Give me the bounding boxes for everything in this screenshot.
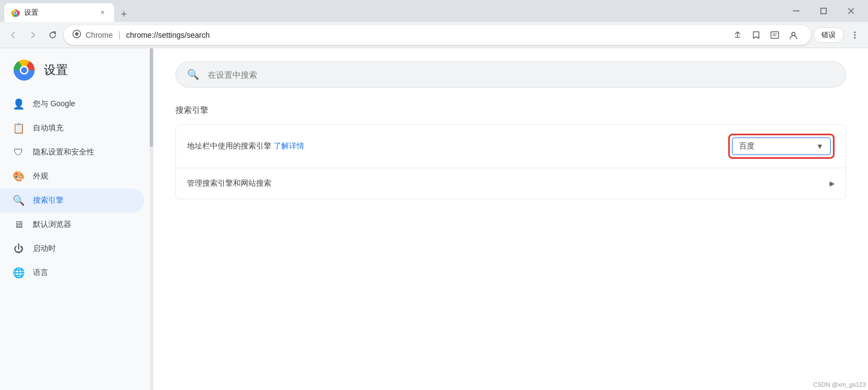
- sidebar: 设置 👤 您与 Google 📋 自动填充 🛡 隐私设置和安全性 🎨 外观 🔍 …: [0, 48, 154, 390]
- close-button[interactable]: [838, 2, 864, 20]
- settings-search-icon: 🔍: [187, 68, 199, 81]
- profile-button[interactable]: [785, 26, 802, 44]
- nav-autofill-icon: 📋: [13, 122, 24, 134]
- sidebar-item-search[interactable]: 🔍 搜索引擎: [0, 188, 144, 213]
- svg-point-9: [75, 32, 78, 36]
- omnibox-separator: |: [118, 30, 121, 40]
- svg-rect-4: [793, 10, 799, 12]
- forward-button[interactable]: [24, 26, 42, 44]
- settings-search-box[interactable]: 🔍: [175, 61, 846, 88]
- nav-privacy-icon: 🛡: [13, 147, 24, 158]
- dropdown-value: 百度: [739, 141, 754, 151]
- highlighted-dropdown-wrapper: 百度 ▼: [728, 134, 835, 159]
- svg-point-14: [854, 31, 856, 33]
- nav-browser-icon: 🖥: [13, 219, 24, 231]
- svg-point-3: [14, 12, 16, 14]
- omnibox-url-text: chrome://settings/search: [126, 31, 210, 39]
- nav-startup-label: 启动时: [33, 244, 56, 254]
- settings-search-input[interactable]: [208, 70, 835, 79]
- svg-rect-10: [771, 32, 779, 38]
- nav-appearance-icon: 🎨: [13, 170, 24, 182]
- sidebar-item-autofill[interactable]: 📋 自动填充: [0, 116, 144, 140]
- svg-point-20: [21, 67, 27, 73]
- restore-button[interactable]: [811, 2, 836, 20]
- nav-google-icon: 👤: [13, 98, 24, 110]
- sidebar-nav: 👤 您与 Google 📋 自动填充 🛡 隐私设置和安全性 🎨 外观 🔍 搜索引…: [0, 92, 153, 285]
- sidebar-item-language[interactable]: 🌐 语言: [0, 261, 144, 285]
- sidebar-item-appearance[interactable]: 🎨 外观: [0, 164, 144, 188]
- content-area: 🔍 搜索引擎 地址栏中使用的搜索引擎 了解详情 百度 ▼: [154, 48, 868, 390]
- tab-title: 设置: [24, 8, 93, 18]
- back-button[interactable]: [4, 26, 22, 44]
- address-bar: Chrome | chrome://settings/search 错误: [0, 22, 868, 48]
- nav-google-label: 您与 Google: [33, 99, 75, 109]
- settings-search-wrap: 🔍: [154, 48, 868, 96]
- svg-point-15: [854, 34, 856, 36]
- manage-search-row[interactable]: 管理搜索引擎和网站搜索 ▶: [176, 168, 846, 199]
- nav-startup-icon: ⏻: [13, 243, 24, 255]
- bookmark-button[interactable]: [747, 26, 765, 44]
- nav-search-label: 搜索引擎: [33, 196, 64, 205]
- settings-card: 地址栏中使用的搜索引擎 了解详情 百度 ▼ 管理搜索引擎和网站搜索 ▶: [175, 124, 846, 199]
- minimize-button[interactable]: [784, 2, 809, 20]
- reader-mode-button[interactable]: [766, 26, 784, 44]
- window-controls: [784, 2, 864, 20]
- error-button[interactable]: 错误: [813, 27, 844, 43]
- chrome-logo-icon: [13, 59, 35, 81]
- section-title: 搜索引擎: [175, 105, 846, 116]
- search-engine-label: 地址栏中使用的搜索引擎 了解详情: [187, 141, 728, 151]
- reload-button[interactable]: [44, 26, 61, 44]
- omnibox-actions: [729, 26, 802, 44]
- manage-search-label: 管理搜索引擎和网站搜索: [187, 179, 830, 188]
- manage-row-arrow-icon: ▶: [830, 180, 835, 187]
- tab-favicon-icon: [11, 8, 20, 17]
- svg-point-13: [792, 32, 795, 36]
- share-button[interactable]: [729, 26, 746, 44]
- settings-section: 搜索引擎 地址栏中使用的搜索引擎 了解详情 百度 ▼: [154, 105, 868, 199]
- new-tab-button[interactable]: +: [116, 7, 132, 22]
- svg-rect-5: [821, 8, 826, 14]
- nav-privacy-label: 隐私设置和安全性: [33, 147, 94, 157]
- learn-more-link[interactable]: 了解详情: [274, 141, 304, 150]
- chrome-menu-button[interactable]: [846, 26, 864, 44]
- nav-autofill-label: 自动填充: [33, 123, 64, 133]
- sidebar-item-google[interactable]: 👤 您与 Google: [0, 92, 144, 116]
- search-engine-dropdown[interactable]: 百度 ▼: [732, 137, 831, 155]
- address-omnibox[interactable]: Chrome | chrome://settings/search: [64, 25, 811, 45]
- nav-search-icon: 🔍: [13, 194, 24, 207]
- nav-language-label: 语言: [33, 268, 48, 278]
- svg-point-16: [854, 37, 856, 38]
- sidebar-item-privacy[interactable]: 🛡 隐私设置和安全性: [0, 140, 144, 164]
- dropdown-arrow-icon: ▼: [816, 142, 824, 151]
- sidebar-item-startup[interactable]: ⏻ 启动时: [0, 237, 144, 261]
- sidebar-item-browser[interactable]: 🖥 默认浏览器: [0, 213, 144, 237]
- nav-language-icon: 🌐: [13, 267, 24, 279]
- sidebar-header: 设置: [0, 48, 153, 92]
- tab-close-button[interactable]: ×: [98, 8, 107, 18]
- chrome-settings-icon: [72, 30, 81, 40]
- title-bar: 设置 × +: [0, 0, 868, 22]
- sidebar-title: 设置: [44, 62, 68, 78]
- scrollbar-thumb[interactable]: [150, 48, 153, 147]
- nav-browser-label: 默认浏览器: [33, 220, 71, 230]
- omnibox-brand-label: Chrome: [86, 31, 113, 39]
- search-engine-row: 地址栏中使用的搜索引擎 了解详情 百度 ▼: [176, 125, 846, 168]
- active-tab[interactable]: 设置 ×: [4, 3, 114, 22]
- main-layout: 设置 👤 您与 Google 📋 自动填充 🛡 隐私设置和安全性 🎨 外观 🔍 …: [0, 48, 868, 390]
- nav-appearance-label: 外观: [33, 171, 48, 181]
- scrollbar-track[interactable]: [150, 48, 153, 390]
- tab-strip: 设置 × +: [4, 0, 784, 22]
